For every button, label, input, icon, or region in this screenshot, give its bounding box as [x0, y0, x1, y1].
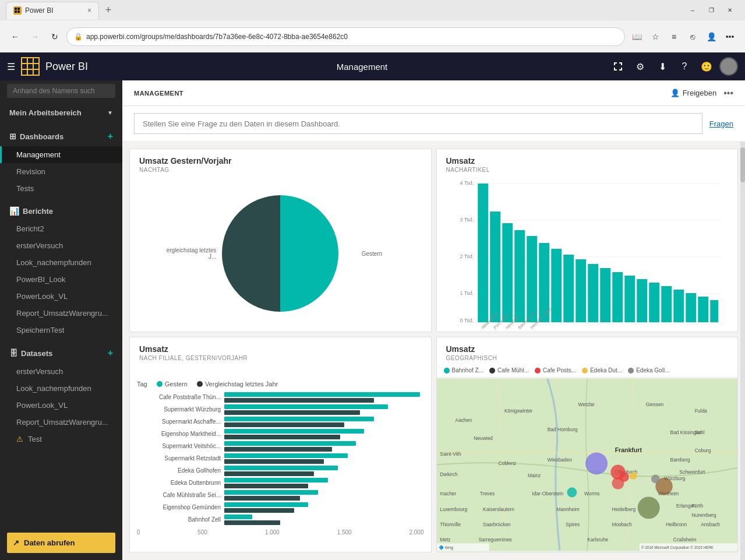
map-view[interactable]: Aachen Königswinter Wetzlar Giessen Fuld… [437, 378, 738, 552]
svg-rect-33 [661, 286, 672, 322]
hbar-label-6: Edeka Gollhofen [137, 467, 224, 474]
hbar-gestern-5 [224, 453, 348, 458]
sidebar-item-management[interactable]: Management [0, 146, 122, 163]
daten-abrufen-btn[interactable]: ↗ Daten abrufen [7, 533, 115, 553]
sidebar-item-dataset-test[interactable]: ⚠ Test [0, 431, 122, 448]
lock-icon: 🔒 [74, 33, 83, 41]
legend-tag-label: Tag [137, 381, 147, 388]
user-avatar[interactable] [719, 57, 738, 76]
svg-text:Fürth: Fürth [691, 503, 703, 509]
hbar-label-8: Cafe Mühlstraße Sei... [137, 492, 224, 498]
svg-text:Crailsheim: Crailsheim [673, 537, 696, 543]
sidebar-item-dataset-report[interactable]: Report_UmsatzWarengru... [0, 414, 122, 431]
feedback-btn[interactable]: 🙂 [697, 57, 716, 76]
qa-input[interactable] [134, 113, 702, 134]
svg-text:Kaiserslautern: Kaiserslautern [483, 506, 514, 512]
svg-text:Diekirch: Diekirch [440, 471, 458, 477]
scrollbar-track[interactable] [740, 142, 745, 560]
my-workspace-label: Mein Arbeitsbereich [9, 108, 82, 117]
tile-map-header: Umsatz GEOGRAPHISCH [437, 337, 738, 364]
sidebar-item-dataset-erster[interactable]: ersterVersuch [0, 363, 122, 380]
tile-pie-subtitle: NACHTAG [139, 167, 422, 173]
hbar-gestern-3 [224, 429, 364, 434]
share-btn[interactable]: 👤 Freigeben [670, 89, 717, 97]
win-minimize-btn[interactable]: – [683, 5, 702, 16]
svg-text:2 Tsd.: 2 Tsd. [460, 253, 474, 259]
browser-tab-powerbi[interactable]: Power BI × [6, 2, 99, 19]
sidebar-item-ersterversuch[interactable]: ersterVersuch [0, 237, 122, 254]
sidebar-item-bericht2[interactable]: Bericht2 [0, 220, 122, 237]
hbar-row-9: Eigenshop Gemünden [137, 502, 424, 513]
hbar-bars-7 [224, 478, 424, 488]
win-maximize-btn[interactable]: ❐ [702, 5, 721, 16]
sidebar-item-powerbi-look[interactable]: PowerBI_Look [0, 271, 122, 288]
focus-mode-btn[interactable] [609, 57, 627, 76]
sidebar-item-tests-label: Tests [16, 184, 34, 193]
svg-text:Thionville: Thionville [440, 522, 461, 527]
svg-rect-27 [588, 264, 598, 322]
sidebar-item-tests[interactable]: Tests [0, 180, 122, 197]
hbar-vorjahr-5 [224, 459, 324, 464]
browser-actions: 📖 ☆ ≡ ⎋ 👤 ••• [629, 29, 738, 45]
notes-btn[interactable]: 👤 [703, 29, 719, 45]
share-icon: 👤 [670, 89, 680, 97]
more-browser-btn[interactable]: ••• [722, 29, 738, 45]
reports-toggle[interactable]: 📊 Berichte [0, 202, 122, 220]
sidebar-item-look-nachempfunden[interactable]: Look_nachempfunden [0, 254, 122, 271]
hbar-gestern-7 [224, 478, 328, 482]
sidebar-item-revision[interactable]: Revision [0, 163, 122, 180]
search-input[interactable] [7, 84, 115, 98]
back-btn[interactable]: ← [7, 29, 23, 45]
dashboard-grid-wrapper[interactable]: Umsatz Gestern/Vorjahr NACHTAG [122, 142, 745, 560]
daten-icon: ↗ [13, 538, 19, 547]
scrollbar-thumb[interactable] [740, 147, 745, 182]
sidebar-item-dataset-powerlook[interactable]: PowerLook_VL [0, 397, 122, 414]
settings-btn[interactable]: ⚙ [631, 57, 649, 76]
my-workspace-toggle[interactable]: Mein Arbeitsbereich ▼ [0, 104, 122, 122]
hbar-bars-4 [224, 441, 424, 452]
hbar-bars-6 [224, 466, 424, 476]
favorites-btn[interactable]: ☆ [647, 29, 663, 45]
svg-text:Fulda: Fulda [694, 408, 707, 414]
sidebar-item-speichern-test[interactable]: SpeichernTest [0, 322, 122, 339]
new-tab-btn[interactable]: + [100, 2, 116, 19]
sidebar-search[interactable] [0, 80, 122, 101]
tile-hbar-body: Tag Gestern Vergleichstag letztes Jahr [130, 364, 431, 552]
win-close-btn[interactable]: ✕ [721, 5, 739, 16]
share-browser-btn[interactable]: ⎋ [684, 29, 701, 45]
hbar-row-10: Bahnhof Zell [137, 515, 424, 525]
add-dashboard-btn[interactable]: + [108, 131, 113, 142]
hbar-gestern-6 [224, 466, 338, 470]
forward-btn[interactable]: → [27, 29, 43, 45]
address-bar[interactable]: 🔒 app.powerbi.com/groups/me/dashboards/7… [66, 27, 625, 46]
sidebar-item-dataset-look[interactable]: Look_nachempfunden [0, 380, 122, 397]
hbar-bars-0 [224, 392, 424, 403]
sidebar-item-powerlook-vl[interactable]: PowerLook_VL [0, 288, 122, 305]
dashboard-header: MANAGEMENT 👤 Freigeben ••• [122, 80, 745, 106]
datasets-toggle[interactable]: 🗄 Datasets + [0, 343, 122, 363]
dashboards-toggle[interactable]: ⊞ Dashboards + [0, 126, 122, 146]
sidebar-item-report-umsatz[interactable]: Report_UmsatzWarengru... [0, 305, 122, 322]
help-btn[interactable]: ? [675, 57, 694, 76]
svg-text:Bad Homburg: Bad Homburg [547, 427, 577, 432]
fragen-link[interactable]: Fragen [709, 119, 733, 128]
hbar-label-9: Eigenshop Gemünden [137, 504, 224, 510]
download-btn[interactable]: ⬇ [653, 57, 672, 76]
more-options-btn[interactable]: ••• [723, 88, 733, 98]
svg-text:3 Tsd.: 3 Tsd. [460, 217, 474, 223]
hbar-bars-9 [224, 502, 424, 513]
add-dataset-btn[interactable]: + [108, 348, 113, 358]
hub-btn[interactable]: ≡ [666, 29, 682, 45]
refresh-btn[interactable]: ↻ [47, 29, 63, 45]
tile-bar-subtitle: NACHARTIKEL [446, 167, 729, 173]
hamburger-menu-btn[interactable]: ☰ [7, 61, 15, 72]
svg-rect-31 [637, 279, 647, 322]
svg-text:Ansbach: Ansbach [701, 522, 720, 527]
map-legend-0: Bahnhof Z... [444, 367, 483, 374]
main-content: Mein Arbeitsbereich ▼ ⊞ Dashboards + Man… [0, 80, 745, 560]
tab-close-btn[interactable]: × [87, 6, 91, 15]
svg-rect-5 [614, 68, 615, 71]
svg-rect-35 [686, 293, 696, 322]
reading-view-btn[interactable]: 📖 [629, 29, 645, 45]
hbar-gestern-0 [224, 392, 420, 397]
